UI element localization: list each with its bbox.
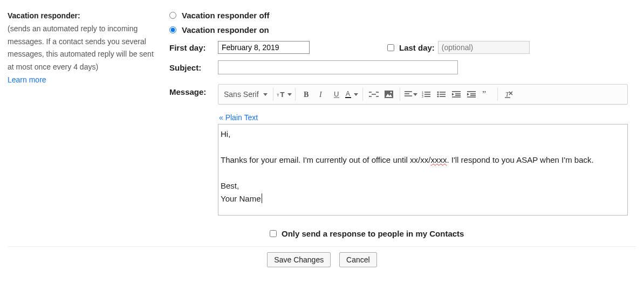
svg-text:т: т bbox=[277, 92, 279, 98]
numbered-list-button[interactable]: 1 2 3 bbox=[419, 87, 434, 102]
svg-text:3: 3 bbox=[422, 95, 423, 98]
editor-line: Best, bbox=[221, 179, 625, 192]
last-day-label: Last day: bbox=[399, 43, 435, 52]
contacts-only-label: Only send a response to people in my Con… bbox=[282, 229, 464, 238]
font-size-button[interactable]: тT bbox=[277, 87, 292, 102]
italic-button[interactable]: I bbox=[314, 87, 329, 102]
svg-text:T: T bbox=[505, 91, 510, 98]
align-button[interactable] bbox=[403, 87, 419, 102]
bulleted-list-icon bbox=[437, 91, 446, 98]
svg-text:T: T bbox=[280, 91, 285, 99]
text-cursor bbox=[262, 193, 262, 203]
font-family-name: Sans Serif bbox=[224, 90, 259, 99]
subject-input[interactable] bbox=[218, 60, 458, 74]
svg-point-10 bbox=[390, 92, 392, 93]
font-size-icon: тT bbox=[277, 90, 286, 99]
underline-icon: U bbox=[333, 90, 340, 99]
contacts-only-checkbox[interactable] bbox=[270, 230, 277, 237]
chevron-down-icon bbox=[413, 93, 417, 96]
indent-more-icon bbox=[467, 91, 476, 98]
chevron-down-icon bbox=[287, 93, 292, 96]
subject-label: Subject: bbox=[169, 63, 218, 72]
cancel-button[interactable]: Cancel bbox=[339, 252, 377, 267]
image-icon bbox=[385, 91, 393, 98]
last-day-input bbox=[438, 41, 530, 54]
svg-point-24 bbox=[437, 96, 439, 98]
italic-icon: I bbox=[318, 91, 325, 98]
message-editor[interactable]: Hi, Thanks for your email. I'm currently… bbox=[218, 124, 628, 216]
divider bbox=[8, 246, 636, 247]
link-icon bbox=[369, 92, 379, 97]
bulleted-list-button[interactable] bbox=[434, 87, 449, 102]
learn-more-link[interactable]: Learn more bbox=[8, 75, 46, 84]
text-color-icon: A bbox=[345, 90, 353, 99]
numbered-list-icon: 1 2 3 bbox=[422, 91, 430, 98]
editor-line: Hi, bbox=[221, 128, 625, 141]
image-button[interactable] bbox=[381, 87, 396, 102]
message-label: Message: bbox=[169, 84, 218, 243]
align-icon bbox=[405, 91, 412, 98]
formatting-toolbar: Sans Serif тT B I bbox=[218, 84, 628, 105]
editor-line: Your Name bbox=[221, 192, 625, 205]
text-color-button[interactable]: A bbox=[344, 87, 359, 102]
plain-text-link[interactable]: « Plain Text bbox=[219, 113, 258, 122]
svg-text:B: B bbox=[304, 91, 309, 98]
editor-line: Thanks for your email. I'm currently out… bbox=[221, 154, 625, 167]
link-button[interactable] bbox=[366, 87, 381, 102]
indent-less-icon bbox=[452, 91, 461, 98]
svg-marker-35 bbox=[467, 93, 469, 96]
clear-formatting-icon: T bbox=[504, 91, 513, 98]
svg-text:U: U bbox=[334, 90, 339, 98]
svg-marker-30 bbox=[452, 93, 454, 96]
radio-off[interactable] bbox=[169, 12, 176, 19]
quote-button[interactable]: ” bbox=[479, 87, 494, 102]
svg-text:A: A bbox=[346, 90, 350, 98]
indent-more-button[interactable] bbox=[464, 87, 479, 102]
chevron-down-icon bbox=[354, 93, 358, 96]
svg-text:I: I bbox=[319, 91, 323, 98]
save-changes-button[interactable]: Save Changes bbox=[267, 252, 331, 267]
first-day-input[interactable] bbox=[218, 41, 310, 54]
clear-formatting-button[interactable]: T bbox=[501, 87, 516, 102]
bold-icon: B bbox=[303, 91, 310, 98]
svg-rect-7 bbox=[345, 97, 351, 98]
radio-on-label: Vacation responder on bbox=[182, 25, 269, 34]
quote-icon: ” bbox=[482, 91, 491, 98]
font-family-select[interactable]: Sans Serif bbox=[222, 88, 273, 101]
radio-off-label: Vacation responder off bbox=[182, 11, 270, 20]
section-title: Vacation responder: bbox=[8, 11, 80, 20]
chevron-down-icon bbox=[263, 93, 268, 96]
last-day-checkbox[interactable] bbox=[387, 44, 394, 51]
first-day-label: First day: bbox=[169, 43, 218, 52]
indent-less-button[interactable] bbox=[449, 87, 464, 102]
svg-text:”: ” bbox=[482, 91, 486, 98]
bold-button[interactable]: B bbox=[299, 87, 314, 102]
section-description: (sends an automated reply to incoming me… bbox=[8, 24, 154, 71]
underline-button[interactable]: U bbox=[329, 87, 344, 102]
svg-point-20 bbox=[437, 92, 439, 93]
spelling-error: xxxx bbox=[430, 155, 447, 164]
radio-on[interactable] bbox=[169, 26, 176, 33]
svg-point-22 bbox=[437, 94, 439, 95]
